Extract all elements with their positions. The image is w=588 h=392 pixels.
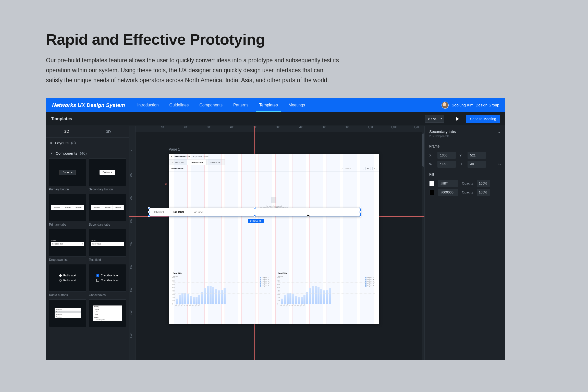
- nav-tab-meetings[interactable]: Meetings: [288, 98, 305, 112]
- component-item[interactable]: Tab labelTab labelTab labelPrimary tabs: [49, 194, 86, 226]
- resize-handle[interactable]: [360, 215, 361, 217]
- w-label: W: [429, 162, 434, 166]
- opacity-label: Opacity: [462, 190, 473, 194]
- nav-tab-patterns[interactable]: Patterns: [233, 98, 249, 112]
- components-grid: Button ▾Primary buttonButton ▾Secondary …: [46, 158, 129, 330]
- component-item[interactable]: Tab labelTab labelTab labelSecondary tab…: [89, 194, 126, 226]
- page-label: Page 1: [169, 147, 180, 151]
- component-item[interactable]: LabelSelected item▾Dropdown list: [49, 229, 86, 262]
- nav-tab-guidelines[interactable]: Guidelines: [169, 98, 189, 112]
- ruler-corner: [129, 126, 136, 132]
- dimension-badge: 1440 X 48: [248, 219, 264, 223]
- resize-handle[interactable]: [360, 211, 361, 213]
- y-input[interactable]: [468, 152, 486, 159]
- x-label: X: [429, 153, 434, 157]
- components-count: (46): [80, 151, 87, 155]
- play-button[interactable]: [454, 115, 461, 123]
- w-input[interactable]: [437, 161, 456, 168]
- page-description: Our pre-build templates feature allows t…: [46, 55, 339, 85]
- nav-tab-templates[interactable]: Templates: [259, 98, 278, 112]
- page-title: Rapid and Effective Prototying: [46, 31, 542, 48]
- ruler-vertical: 0100200300400500600700800: [129, 132, 136, 360]
- breadcrumb: 2D › Components: [425, 135, 505, 141]
- color-swatch[interactable]: [429, 181, 434, 186]
- floating-tab: Tab label: [149, 208, 168, 216]
- user-name: Soojung Kim_Design Group: [452, 103, 499, 107]
- resize-handle[interactable]: [148, 215, 150, 217]
- section-title: Templates: [51, 116, 72, 121]
- selected-name: Secondary tabs: [429, 129, 456, 134]
- frame-section-title: Frame: [425, 141, 505, 151]
- chevron-down-icon: ▼: [51, 152, 53, 155]
- resize-handle[interactable]: [148, 207, 150, 209]
- app-window: Networks UX Design System IntroductionGu…: [46, 98, 505, 360]
- menu-icon: ≡: [171, 155, 172, 157]
- send-to-meeting-button[interactable]: Send to Meeting: [466, 115, 500, 123]
- layouts-section[interactable]: ▶ Layouts (8): [46, 138, 129, 148]
- sidebar-tabs: 2D3D: [46, 126, 129, 138]
- component-item[interactable]: Button ▾Primary button: [49, 158, 86, 191]
- ruler-horizontal: 1002003004005006007008009001,0001,1001,2…: [136, 126, 424, 132]
- fill-section-title: Fill: [425, 169, 505, 179]
- avatar: [442, 102, 449, 109]
- sidebar-tab-3d[interactable]: 3D: [88, 126, 129, 137]
- resize-handle[interactable]: [254, 207, 255, 209]
- link-icon[interactable]: ⇔: [498, 162, 501, 166]
- page-icon: [271, 197, 276, 203]
- opacity-label: Opacity: [462, 181, 473, 185]
- hex-input[interactable]: [438, 189, 458, 196]
- artboard-logo: SAMSUNG COS: [175, 155, 190, 157]
- component-item[interactable]: Button ▾Secondary button: [89, 158, 126, 191]
- divider: [449, 116, 449, 122]
- h-label: H: [459, 162, 464, 166]
- component-item[interactable]: Radio labelRadio labelRadio buttons: [49, 264, 86, 297]
- left-sidebar: 2D3D ▶ Layouts (8) ▼ Components (46) But…: [46, 126, 129, 360]
- hex-input[interactable]: [438, 180, 458, 187]
- component-item[interactable]: ✓Checkbox labelCheckbox labelCheckboxes: [89, 264, 126, 297]
- menu-button: ≡: [372, 167, 377, 170]
- zoom-dropdown[interactable]: 87 %: [425, 115, 444, 123]
- resize-handle[interactable]: [254, 215, 255, 217]
- artboard-tabs: Content TabContent TabContent Tab: [169, 159, 379, 165]
- nav-tab-introduction[interactable]: Introduction: [137, 98, 159, 112]
- main-area: 2D3D ▶ Layouts (8) ▼ Components (46) But…: [46, 126, 505, 360]
- sub-headline: Sub headline: [171, 167, 183, 169]
- artboard-subheader: Sub headline ⌕Search ••• ≡: [169, 165, 379, 172]
- topbar: Networks UX Design System IntroductionGu…: [46, 98, 505, 112]
- properties-panel: Secondary tabs ⌄ 2D › Components Frame X…: [424, 126, 505, 360]
- nav-tab-components[interactable]: Components: [199, 98, 223, 112]
- layouts-count: (8): [71, 141, 76, 145]
- more-button: •••: [365, 167, 371, 170]
- opacity-input[interactable]: [477, 189, 490, 196]
- component-item[interactable]: LabelInput valueText field: [89, 229, 126, 262]
- canvas[interactable]: Page 1 75 ≡ SAMSUNG: [136, 132, 424, 360]
- selected-component[interactable]: Tab labelTab labelTab label: [149, 208, 361, 216]
- app-logo: Networks UX Design System: [52, 102, 125, 108]
- floating-tab: Tab label: [168, 208, 189, 216]
- canvas-area[interactable]: 1002003004005006007008009001,0001,1001,2…: [129, 126, 424, 360]
- component-item[interactable]: Sort by Name✓ Status DateOption✓ Ascendi…: [89, 299, 126, 327]
- component-item[interactable]: FunctionFunctionFunctionFunction: [49, 299, 86, 327]
- opacity-input[interactable]: [477, 180, 490, 187]
- empty-title: No saved pages yet: [169, 205, 379, 207]
- chevron-down-icon[interactable]: ⌄: [498, 130, 501, 134]
- resize-handle[interactable]: [148, 211, 150, 213]
- subbar: Templates 87 % Send to Meeting: [46, 112, 505, 126]
- y-label: Y: [459, 153, 464, 157]
- artboard-appname: Application Name: [192, 155, 209, 157]
- artboard-cards: Card TitleSubtitle8000700060005000400030…: [171, 271, 376, 322]
- components-label: Components: [56, 151, 77, 155]
- chevron-right-icon: ▶: [51, 141, 53, 144]
- h-input[interactable]: [468, 161, 486, 168]
- search-input: ⌕Search: [341, 167, 364, 170]
- color-swatch[interactable]: [429, 190, 434, 195]
- sidebar-tab-2d[interactable]: 2D: [46, 126, 88, 137]
- measure-label: 75: [165, 183, 167, 185]
- floating-tab: Tab label: [189, 208, 208, 216]
- user-info[interactable]: Soojung Kim_Design Group: [442, 102, 499, 109]
- artboard[interactable]: 75 ≡ SAMSUNG COS Application Name Conten…: [169, 154, 379, 324]
- layouts-label: Layouts: [55, 141, 69, 145]
- components-section[interactable]: ▼ Components (46): [46, 148, 129, 158]
- resize-handle[interactable]: [360, 207, 361, 209]
- x-input[interactable]: [437, 152, 456, 159]
